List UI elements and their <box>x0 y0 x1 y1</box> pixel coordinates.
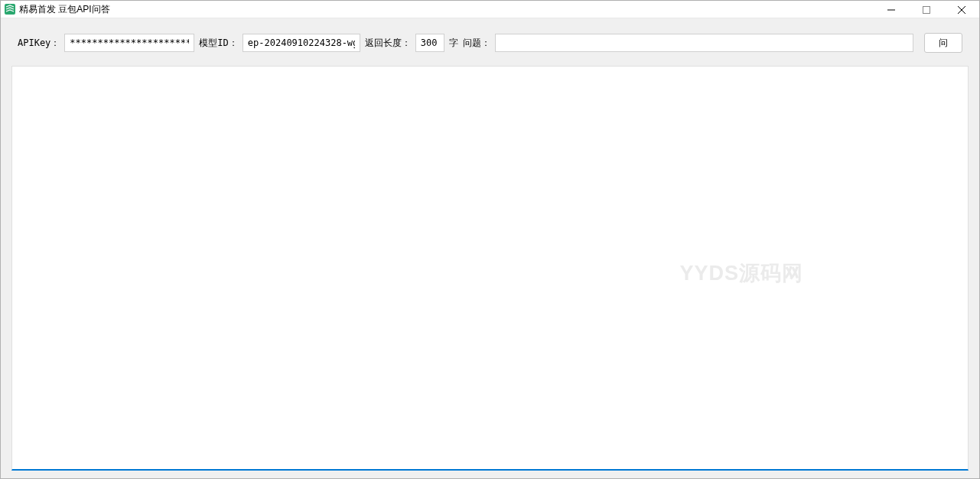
title-left: 精易首发 豆包API问答 <box>4 3 110 16</box>
apikey-label: APIKey： <box>18 37 60 50</box>
length-label: 返回长度： <box>365 37 411 50</box>
question-label: 问题： <box>463 37 490 50</box>
app-window: 精易首发 豆包API问答 APIKey： 模型ID： 返回长度： 字 问题： <box>0 0 980 479</box>
close-button[interactable] <box>944 1 979 18</box>
watermark-text: YYDS源码网 <box>679 259 803 287</box>
title-bar: 精易首发 豆包API问答 <box>1 1 979 18</box>
maximize-button[interactable] <box>909 1 944 18</box>
client-area: APIKey： 模型ID： 返回长度： 字 问题： 问 YYDS源码网 <box>1 18 979 478</box>
minimize-button[interactable] <box>874 1 909 18</box>
length-input[interactable] <box>415 34 444 52</box>
svg-rect-2 <box>923 6 930 13</box>
window-controls <box>874 1 979 18</box>
model-input[interactable] <box>243 34 360 52</box>
apikey-input[interactable] <box>64 34 194 52</box>
app-icon <box>4 3 16 15</box>
window-title: 精易首发 豆包API问答 <box>19 3 110 16</box>
toolbar: APIKey： 模型ID： 返回长度： 字 问题： 问 <box>7 24 973 61</box>
question-input[interactable] <box>495 34 913 52</box>
output-area[interactable]: YYDS源码网 <box>11 66 969 471</box>
model-label: 模型ID： <box>199 37 237 50</box>
length-unit: 字 <box>449 37 458 50</box>
ask-button[interactable]: 问 <box>924 33 962 53</box>
